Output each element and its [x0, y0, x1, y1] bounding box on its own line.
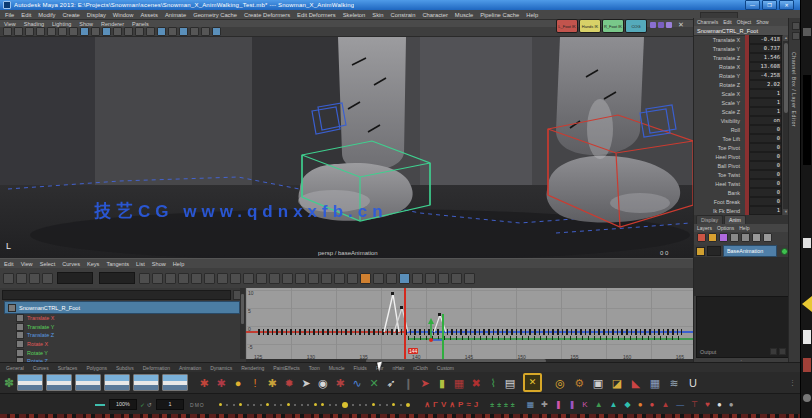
layer-tool-icon[interactable]	[697, 233, 706, 242]
layer-editor-tab[interactable]: Anim	[724, 215, 746, 224]
graph-tool-icon[interactable]	[308, 273, 319, 284]
graph-tool-icon[interactable]	[412, 273, 423, 284]
key-dot[interactable]	[365, 404, 367, 406]
key-dot[interactable]	[219, 403, 222, 406]
misc-icon[interactable]: K	[582, 400, 587, 409]
channel-row[interactable]: Visibility on	[694, 116, 783, 125]
channel-row[interactable]: Rotate Y -4.258	[694, 71, 783, 80]
menu-item[interactable]: Display	[87, 12, 106, 18]
outliner-channel-row[interactable]: Translate Y	[0, 323, 246, 332]
graph-tool-icon[interactable]	[295, 273, 306, 284]
graph-curve-area[interactable]: 144 10 5 0 -5 12513013514014515015516016…	[246, 288, 693, 363]
shelf-tab[interactable]: Toon	[309, 365, 320, 371]
anim-layer-name[interactable]: BaseAnimation	[723, 245, 777, 257]
channel-row[interactable]: Foot Break 0	[694, 197, 783, 206]
shelf-tab[interactable]: Curves	[33, 365, 49, 371]
channel-row[interactable]: Toe Twist 0	[694, 170, 783, 179]
outliner-channel-row[interactable]: Translate Z	[0, 331, 246, 340]
channel-row[interactable]: Scale Z 1	[694, 107, 783, 116]
channel-value[interactable]: 0.737	[749, 44, 782, 53]
image-thumbnail[interactable]	[162, 374, 188, 391]
select-camera-icon[interactable]	[3, 27, 12, 36]
outliner-filter-field[interactable]	[2, 290, 231, 300]
misc-icon[interactable]: ▲	[610, 400, 618, 409]
misc-icon[interactable]: ●	[650, 400, 655, 409]
menu-item[interactable]: Skeleton	[343, 12, 366, 18]
shelf-icon[interactable]: ✹	[282, 375, 296, 391]
menu-item[interactable]: Edit	[21, 12, 31, 18]
shelf-icon[interactable]: ⚙	[572, 375, 586, 391]
layer-mute-icon[interactable]	[696, 247, 705, 256]
shelf-tab[interactable]: Subdivs	[116, 365, 134, 371]
channel-value[interactable]: -4.258	[749, 71, 782, 80]
lattice-deform-keys-icon[interactable]	[42, 273, 53, 284]
shelf-icon[interactable]: ▦	[452, 375, 466, 391]
panel-mini-icon[interactable]	[770, 348, 777, 355]
resolution-gate-icon[interactable]	[102, 27, 111, 36]
channel-box-menu-item[interactable]: Channels	[697, 19, 718, 25]
layer-editor-tab[interactable]: Display	[696, 215, 723, 224]
marker-icon[interactable]	[650, 22, 656, 28]
channel-value[interactable]: 0	[749, 197, 782, 206]
channel-value[interactable]: 1.546	[749, 53, 782, 62]
panel-menu-item[interactable]: Show	[79, 21, 93, 27]
shelf-tab[interactable]: Animation	[179, 365, 201, 371]
playback-speed-field[interactable]: 100%	[109, 399, 137, 410]
lights-icon[interactable]	[190, 27, 199, 36]
picker-button[interactable]: COG	[625, 19, 647, 33]
key-dot[interactable]	[307, 404, 309, 406]
viewport-3d-scene[interactable]: 技艺CG www.qdnxxfb.cn persp / baseAnimatio…	[0, 37, 693, 258]
key-dot[interactable]	[260, 404, 262, 406]
move-keys-icon[interactable]	[3, 273, 14, 284]
tool-settings-icon[interactable]	[792, 32, 800, 40]
panel-menu-item[interactable]: Panels	[132, 21, 149, 27]
picker-button[interactable]: Hands IK	[579, 19, 601, 33]
grease-pencil-icon[interactable]	[69, 27, 78, 36]
menu-item[interactable]: Help	[526, 12, 538, 18]
minimize-button[interactable]: —	[745, 0, 760, 10]
image-thumbnail[interactable]	[133, 374, 159, 391]
shelf-tab[interactable]: PaintEffects	[273, 365, 300, 371]
misc-icon[interactable]: ●	[717, 400, 722, 409]
channel-value[interactable]: 0	[749, 125, 782, 134]
picker-button[interactable]: R_Foot IK	[602, 19, 624, 33]
shelf-icon[interactable]: ▦	[648, 375, 662, 391]
sidebar-widget[interactable]	[803, 28, 811, 36]
shelf-tab[interactable]: nHair	[392, 365, 404, 371]
key-dot[interactable]	[386, 404, 388, 406]
channel-row[interactable]: Toe Pivot 0	[694, 143, 783, 152]
graph-editor-menu-item[interactable]: View	[21, 261, 33, 267]
misc-icon[interactable]: —	[676, 400, 684, 409]
picker-button[interactable]: L_Foot IK	[556, 19, 578, 33]
menu-item[interactable]: Window	[113, 12, 134, 18]
lock-camera-icon[interactable]	[14, 27, 23, 36]
outliner-channel-row[interactable]: Translate X	[0, 314, 246, 323]
graph-tool-icon[interactable]	[165, 273, 176, 284]
insert-keys-icon[interactable]	[16, 273, 27, 284]
shelf-icon[interactable]: ◎	[553, 375, 567, 391]
shelf-icon[interactable]: ✱	[214, 375, 228, 391]
2d-pan-zoom-icon[interactable]	[58, 27, 67, 36]
menu-item[interactable]: Geometry Cache	[193, 12, 237, 18]
channel-value[interactable]: 0	[749, 143, 782, 152]
expand-arrow-icon[interactable]	[802, 296, 812, 312]
key-dot[interactable]	[359, 404, 361, 406]
shelf-icon[interactable]: ✱	[333, 375, 347, 391]
channel-value[interactable]: 0	[749, 134, 782, 143]
shaded-icon[interactable]	[168, 27, 177, 36]
graph-tool-icon[interactable]	[243, 273, 254, 284]
misc-icon[interactable]: ❚	[555, 400, 562, 409]
shelf-icon[interactable]: ▤	[503, 375, 517, 391]
grid-icon[interactable]	[80, 27, 89, 36]
gate-mask-icon[interactable]	[113, 27, 122, 36]
graph-editor-menu-item[interactable]: Keys	[87, 261, 99, 267]
graph-tool-icon[interactable]	[321, 273, 332, 284]
channel-value[interactable]: 1	[749, 107, 782, 116]
menu-item[interactable]: Muscle	[455, 12, 473, 18]
graph-tool-icon[interactable]	[360, 273, 371, 284]
graph-tool-icon[interactable]	[191, 273, 202, 284]
sidebar-button[interactable]	[803, 394, 811, 402]
image-thumbnail[interactable]	[75, 374, 101, 391]
key-dot[interactable]	[274, 404, 276, 406]
channel-value[interactable]: 13.608	[749, 62, 782, 71]
